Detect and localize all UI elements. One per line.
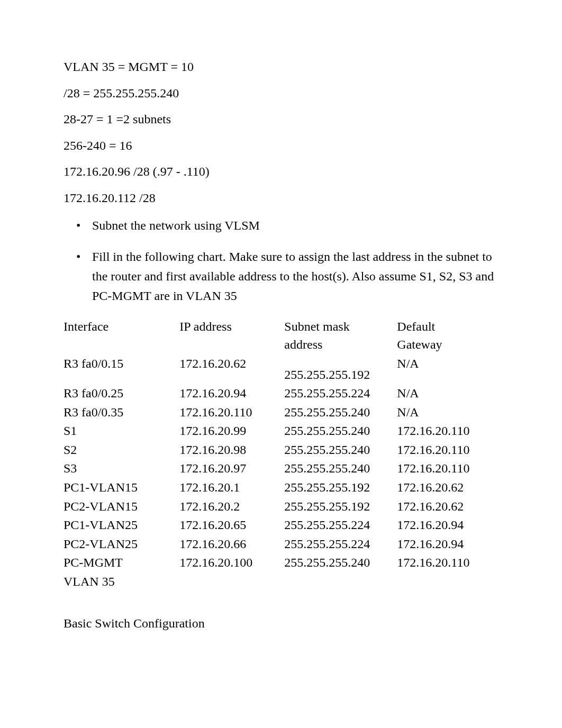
table-row: R3 fa0/0.35 172.16.20.110 255.255.255.24… xyxy=(64,403,498,422)
cell-mask: 255.255.255.240 xyxy=(284,403,397,422)
col-header-gw-line2: Gateway xyxy=(397,338,442,351)
col-header-mask: Subnet mask address xyxy=(284,317,397,354)
cell-gateway: 172.16.20.94 xyxy=(397,535,498,554)
table-header-row: Interface IP address Subnet mask address… xyxy=(64,317,498,354)
cell-interface: S3 xyxy=(64,459,179,478)
col-header-gw-line1: Default xyxy=(397,320,435,333)
cell-mask: 255.255.255.224 xyxy=(284,516,397,535)
col-header-mask-line1: Subnet mask xyxy=(284,320,349,333)
cell-ip: 172.16.20.62 xyxy=(179,354,284,385)
table-row: S2 172.16.20.98 255.255.255.240 172.16.2… xyxy=(64,441,498,460)
cell-gateway: 172.16.20.110 xyxy=(397,422,498,441)
cell-mask xyxy=(284,572,397,592)
cell-interface: S1 xyxy=(64,422,179,441)
table-row: PC2-VLAN15 172.16.20.2 255.255.255.192 1… xyxy=(64,497,498,516)
col-header-mask-line2: address xyxy=(284,338,322,351)
cell-mask: 255.255.255.240 xyxy=(284,459,397,478)
cell-mask: 255.255.255.192 xyxy=(284,497,397,516)
cell-mask: 255.255.255.192 xyxy=(284,354,397,385)
instruction-list: Subnet the network using VLSM Fill in th… xyxy=(64,216,498,306)
list-item: Subnet the network using VLSM xyxy=(64,216,498,235)
body-text: 256-240 = 16 xyxy=(64,137,498,155)
cell-interface: PC-MGMT xyxy=(64,553,179,572)
list-item: Fill in the following chart. Make sure t… xyxy=(64,247,498,306)
cell-interface: PC1-VLAN15 xyxy=(64,478,179,497)
body-text: VLAN 35 = MGMT = 10 xyxy=(64,58,498,76)
col-header-gateway: Default Gateway xyxy=(397,317,498,354)
table-row: PC1-VLAN25 172.16.20.65 255.255.255.224 … xyxy=(64,516,498,535)
cell-ip: 172.16.20.110 xyxy=(179,403,284,422)
cell-gateway: 172.16.20.110 xyxy=(397,459,498,478)
cell-ip: 172.16.20.94 xyxy=(179,384,284,403)
col-header-interface: Interface xyxy=(64,317,179,354)
table-row: VLAN 35 xyxy=(64,572,498,592)
table-row: PC2-VLAN25 172.16.20.66 255.255.255.224 … xyxy=(64,535,498,554)
table-row: S1 172.16.20.99 255.255.255.240 172.16.2… xyxy=(64,422,498,441)
col-header-ip: IP address xyxy=(179,317,284,354)
cell-ip: 172.16.20.97 xyxy=(179,459,284,478)
cell-gateway xyxy=(397,572,498,592)
cell-interface: PC2-VLAN15 xyxy=(64,497,179,516)
cell-mask: 255.255.255.240 xyxy=(284,553,397,572)
cell-gateway: N/A xyxy=(397,384,498,403)
cell-ip xyxy=(179,572,284,592)
body-text: 28-27 = 1 =2 subnets xyxy=(64,111,498,129)
body-text: 172.16.20.112 /28 xyxy=(64,189,498,207)
cell-ip: 172.16.20.99 xyxy=(179,422,284,441)
cell-gateway: N/A xyxy=(397,403,498,422)
cell-gateway: 172.16.20.110 xyxy=(397,441,498,460)
cell-ip: 172.16.20.100 xyxy=(179,553,284,572)
cell-interface: PC1-VLAN25 xyxy=(64,516,179,535)
body-text: /28 = 255.255.255.240 xyxy=(64,85,498,103)
cell-mask: 255.255.255.224 xyxy=(284,535,397,554)
cell-gateway: 172.16.20.62 xyxy=(397,497,498,516)
table-row: S3 172.16.20.97 255.255.255.240 172.16.2… xyxy=(64,459,498,478)
cell-interface: S2 xyxy=(64,441,179,460)
table-row: R3 fa0/0.15 172.16.20.62 255.255.255.192… xyxy=(64,354,498,385)
cell-mask: 255.255.255.240 xyxy=(284,422,397,441)
cell-ip: 172.16.20.66 xyxy=(179,535,284,554)
cell-interface: R3 fa0/0.35 xyxy=(64,403,179,422)
cell-ip: 172.16.20.2 xyxy=(179,497,284,516)
cell-interface: R3 fa0/0.25 xyxy=(64,384,179,403)
addressing-table: Interface IP address Subnet mask address… xyxy=(64,317,498,591)
table-row: R3 fa0/0.25 172.16.20.94 255.255.255.224… xyxy=(64,384,498,403)
cell-gateway: 172.16.20.94 xyxy=(397,516,498,535)
body-text: 172.16.20.96 /28 (.97 - .110) xyxy=(64,163,498,181)
cell-ip: 172.16.20.1 xyxy=(179,478,284,497)
cell-gateway: N/A xyxy=(397,354,498,385)
table-row: PC-MGMT 172.16.20.100 255.255.255.240 17… xyxy=(64,553,498,572)
cell-gateway: 172.16.20.110 xyxy=(397,553,498,572)
cell-gateway: 172.16.20.62 xyxy=(397,478,498,497)
cell-interface: PC2-VLAN25 xyxy=(64,535,179,554)
cell-interface: R3 fa0/0.15 xyxy=(64,354,179,385)
cell-mask: 255.255.255.192 xyxy=(284,478,397,497)
cell-interface: VLAN 35 xyxy=(64,572,179,592)
cell-ip: 172.16.20.98 xyxy=(179,441,284,460)
cell-ip: 172.16.20.65 xyxy=(179,516,284,535)
cell-mask: 255.255.255.240 xyxy=(284,441,397,460)
section-heading: Basic Switch Configuration xyxy=(64,615,498,633)
cell-mask: 255.255.255.224 xyxy=(284,384,397,403)
table-row: PC1-VLAN15 172.16.20.1 255.255.255.192 1… xyxy=(64,478,498,497)
